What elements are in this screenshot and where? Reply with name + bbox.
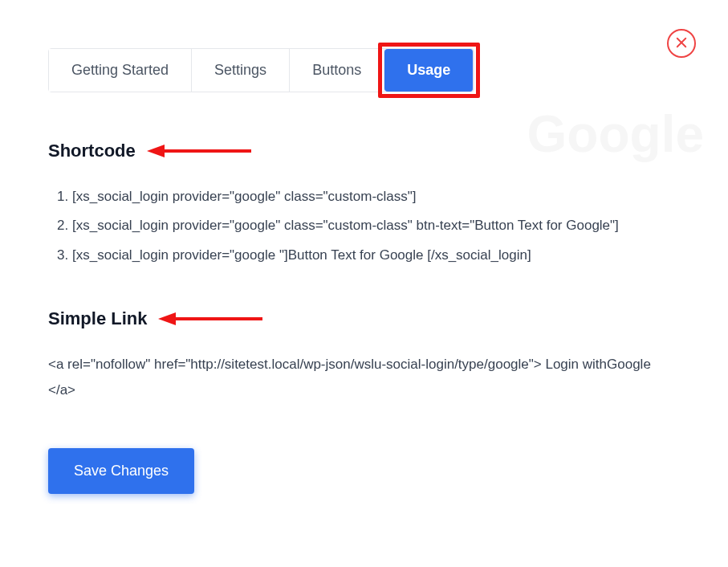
save-button[interactable]: Save Changes	[48, 448, 194, 494]
tab-usage[interactable]: Usage	[384, 49, 474, 92]
tab-buttons[interactable]: Buttons	[290, 49, 384, 92]
arrow-annotation-icon	[147, 143, 251, 159]
list-item: [xs_social_login provider="google" class…	[72, 213, 680, 239]
section-title-shortcode: Shortcode	[48, 141, 680, 161]
tab-settings[interactable]: Settings	[192, 49, 290, 92]
arrow-annotation-icon	[158, 311, 262, 327]
shortcode-list: [xs_social_login provider="google" class…	[48, 184, 680, 268]
list-item: [xs_social_login provider="google "]Butt…	[72, 243, 680, 268]
tabs-container: Getting Started Settings Buttons Usage	[48, 48, 474, 92]
list-item: [xs_social_login provider="google" class…	[72, 184, 680, 210]
svg-marker-5	[158, 312, 176, 325]
section-title-text: Simple Link	[48, 308, 147, 329]
tab-getting-started[interactable]: Getting Started	[49, 49, 192, 92]
close-button[interactable]	[667, 29, 696, 58]
simple-link-code: <a rel="nofollow" href="http://sitetest.…	[48, 352, 680, 404]
section-title-simple-link: Simple Link	[48, 308, 680, 329]
close-icon	[674, 35, 689, 52]
svg-marker-3	[147, 145, 165, 157]
section-title-text: Shortcode	[48, 141, 136, 161]
